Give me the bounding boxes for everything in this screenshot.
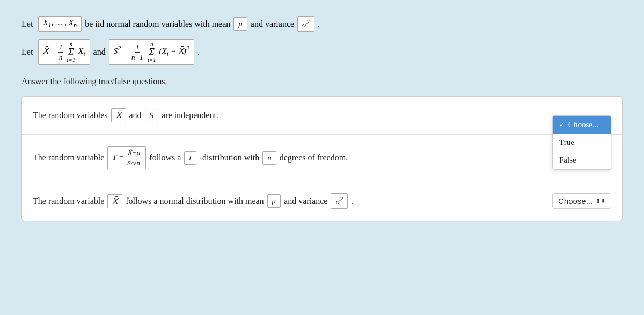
q1-option-false[interactable]: False [553, 151, 611, 169]
q3-dropdown-btn[interactable]: Choose... ⬆⬇ [552, 193, 611, 209]
let1-description: be iid normal random variables with mean [85, 19, 230, 29]
q1-text-before: The random variables [33, 111, 108, 120]
q1-dropdown-menu: ✓ Choose... True False [552, 115, 611, 170]
let1-mean-box: μ [233, 17, 247, 31]
q3-chevron-down-icon: ⬆⬇ [596, 197, 605, 204]
questions-container: The random variables X̄ and S are indepe… [21, 96, 623, 221]
q2-dist-box: t [184, 151, 196, 165]
let2-s2-box: S2 = 1 n−1 n Σ i=1 (Xi − X̄)2 [109, 39, 194, 65]
let2-xbar-box: X̄ = 1 n n Σ i=1 Xi [38, 39, 90, 65]
let1-and-variance: and variance [251, 19, 294, 29]
let1-variance-box: σ2 [297, 16, 314, 32]
q3-dropdown-container[interactable]: Choose... ⬆⬇ [552, 193, 611, 209]
question-row-3: The random variable X̄ follows a normal … [22, 181, 622, 221]
let2-and: and [93, 47, 106, 57]
q2-text-before: The random variable [33, 153, 104, 163]
question-2-content: The random variable T = X̄−μ S/√n follow… [33, 146, 348, 169]
let2-period: . [197, 47, 200, 57]
question-1-content: The random variables X̄ and S are indepe… [33, 108, 218, 122]
let-line-2: Let X̄ = 1 n n Σ i=1 Xi and S2 = 1 n−1 n… [21, 39, 623, 65]
let-line-1: Let X1, … , Xn be iid normal random vari… [21, 16, 623, 32]
q2-dist-text: -distribution with [200, 153, 260, 163]
page-container: Let X1, … , Xn be iid normal random vari… [0, 0, 644, 315]
instruction-text: Answer the following true/false question… [21, 77, 623, 86]
q3-dropdown-label: Choose... [558, 196, 592, 206]
q2-df-box: n [262, 151, 276, 165]
q3-period: . [351, 196, 353, 206]
q1-option-true-label: True [559, 138, 574, 147]
let1-var-box: X1, … , Xn [38, 16, 82, 32]
q3-mean-box: μ [267, 194, 281, 208]
q3-text-before: The random variable [33, 196, 104, 206]
question-row-2: The random variable T = X̄−μ S/√n follow… [22, 135, 622, 181]
q3-variance-box: σ2 [331, 193, 348, 209]
let-label-1: Let [21, 19, 33, 29]
let1-period: . [318, 19, 320, 29]
q2-df-text: degrees of freedom. [280, 153, 348, 163]
question-row-1: The random variables X̄ and S are indepe… [22, 97, 622, 135]
q1-text-after: are independent. [162, 111, 218, 120]
q3-follows-text: follows a normal distribution with mean [126, 196, 264, 206]
let-label-2: Let [21, 47, 33, 57]
q3-and-text: and variance [284, 196, 327, 206]
q1-checkmark: ✓ [559, 121, 565, 129]
q3-xbar-box: X̄ [107, 194, 122, 208]
q1-option-choose[interactable]: ✓ Choose... [553, 116, 611, 134]
q1-s-box: S [145, 109, 159, 122]
question-3-content: The random variable X̄ follows a normal … [33, 193, 353, 209]
q1-option-choose-label: Choose... [568, 120, 598, 129]
q1-option-true[interactable]: True [553, 134, 611, 151]
q1-option-false-label: False [559, 156, 576, 165]
q1-and: and [129, 111, 142, 120]
q2-follows-text: follows a [149, 153, 181, 163]
q2-t-box: T = X̄−μ S/√n [107, 146, 146, 169]
q1-xbar-box: X̄ [111, 108, 126, 122]
